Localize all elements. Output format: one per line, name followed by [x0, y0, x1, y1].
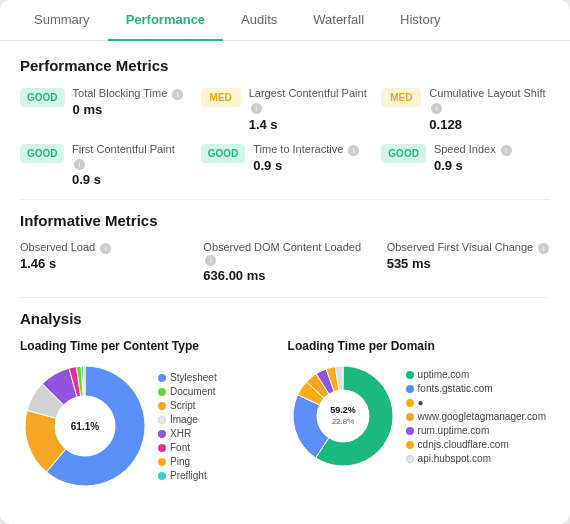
- info-metric-label-load: Observed Load i: [20, 241, 183, 254]
- metric-label-tbt: Total Blocking Time i: [73, 86, 184, 100]
- metric-label-tti: Time to Interactive i: [253, 142, 359, 156]
- legend-label-ping: Ping: [170, 456, 190, 467]
- info-metric-value-load: 1.46 s: [20, 256, 183, 271]
- legend-item-fonts-gstatic: fonts.gstatic.com: [406, 383, 546, 394]
- svg-text:22.8%: 22.8%: [331, 417, 354, 426]
- metric-cls: MED Cumulative Layout Shift i 0.128: [381, 86, 550, 132]
- legend-item-cdnjs: cdnjs.cloudflare.com: [406, 439, 546, 450]
- metric-lcp: MED Largest Contentful Paint i 1.4 s: [201, 86, 370, 132]
- legend-dot-stylesheet: [158, 374, 166, 382]
- tab-history[interactable]: History: [382, 0, 458, 41]
- legend-dot-image: [158, 416, 166, 424]
- legend-dot-dot3: [406, 399, 414, 407]
- legend-item-script: Script: [158, 400, 217, 411]
- metric-total-blocking-time: GOOD Total Blocking Time i 0 ms: [20, 86, 189, 117]
- legend-item-uptime: uptime.com: [406, 369, 546, 380]
- metrics-row-1: GOOD Total Blocking Time i 0 ms MED Larg…: [20, 86, 550, 132]
- legend-item-document: Document: [158, 386, 217, 397]
- legend-item-dot3: ●: [406, 397, 546, 408]
- legend-item-hubspot: api.hubspot.com: [406, 453, 546, 464]
- info-icon-tti[interactable]: i: [348, 145, 359, 156]
- pie2-container: 59.2% 22.8% uptime.com font: [288, 361, 550, 475]
- info-icon-load[interactable]: i: [100, 243, 111, 254]
- analysis-grid: Loading Time per Content Type 61.1%: [20, 339, 550, 495]
- legend-dot-font: [158, 444, 166, 452]
- analysis-title: Analysis: [20, 310, 550, 327]
- info-icon-cls[interactable]: i: [431, 103, 442, 114]
- metric-value-tti: 0.9 s: [253, 158, 359, 173]
- content-area: Performance Metrics GOOD Total Blocking …: [0, 41, 570, 511]
- info-metric-fvc: Observed First Visual Change i 535 ms: [387, 241, 550, 283]
- legend-label-image: Image: [170, 414, 198, 425]
- legend-dot-script: [158, 402, 166, 410]
- legend-item-gtm: www.googletagmanager.com: [406, 411, 546, 422]
- legend-item-font: Font: [158, 442, 217, 453]
- info-metric-value-domcl: 636.00 ms: [203, 268, 366, 283]
- info-icon-si[interactable]: i: [501, 145, 512, 156]
- badge-good-tbt: GOOD: [20, 88, 65, 107]
- legend-dot-document: [158, 388, 166, 396]
- metric-label-lcp: Largest Contentful Paint i: [249, 86, 370, 115]
- info-icon-tbt[interactable]: i: [172, 89, 183, 100]
- info-metric-label-fvc: Observed First Visual Change i: [387, 241, 550, 254]
- tab-performance[interactable]: Performance: [108, 0, 223, 41]
- legend-dot-rum: [406, 427, 414, 435]
- divider-1: [20, 199, 550, 200]
- legend-label-cdnjs: cdnjs.cloudflare.com: [418, 439, 509, 450]
- legend-dot-ping: [158, 458, 166, 466]
- pie2-title: Loading Time per Domain: [288, 339, 550, 353]
- pie2-chart: 59.2% 22.8%: [288, 361, 398, 475]
- legend-label-script: Script: [170, 400, 196, 411]
- legend-item-xhr: XHR: [158, 428, 217, 439]
- informative-metrics-grid: Observed Load i 1.46 s Observed DOM Cont…: [20, 241, 550, 283]
- metric-tti: GOOD Time to Interactive i 0.9 s: [201, 142, 370, 173]
- pie2-legend-scroll[interactable]: uptime.com fonts.gstatic.com ●: [406, 369, 550, 467]
- legend-dot-uptime: [406, 371, 414, 379]
- performance-metrics-title: Performance Metrics: [20, 57, 550, 74]
- metric-value-lcp: 1.4 s: [249, 117, 370, 132]
- info-icon-domcl[interactable]: i: [205, 255, 216, 266]
- content-type-col: Loading Time per Content Type 61.1%: [20, 339, 272, 495]
- metric-value-si: 0.9 s: [434, 158, 512, 173]
- badge-good-tti: GOOD: [201, 144, 246, 163]
- badge-good-fcp: GOOD: [20, 144, 64, 163]
- info-icon-lcp[interactable]: i: [251, 103, 262, 114]
- legend-label-fonts-gstatic: fonts.gstatic.com: [418, 383, 493, 394]
- metric-value-cls: 0.128: [429, 117, 550, 132]
- domain-col: Loading Time per Domain 59.2% 22.8%: [288, 339, 550, 495]
- legend-dot-xhr: [158, 430, 166, 438]
- tab-summary[interactable]: Summary: [16, 0, 108, 41]
- tab-waterfall[interactable]: Waterfall: [295, 0, 382, 41]
- info-metric-load: Observed Load i 1.46 s: [20, 241, 183, 283]
- badge-good-si: GOOD: [381, 144, 426, 163]
- svg-text:61.1%: 61.1%: [71, 421, 99, 432]
- legend-item-ping: Ping: [158, 456, 217, 467]
- legend-item-stylesheet: Stylesheet: [158, 372, 217, 383]
- legend-label-preflight: Preflight: [170, 470, 207, 481]
- legend-item-image: Image: [158, 414, 217, 425]
- divider-2: [20, 297, 550, 298]
- legend-item-rum: rum.uptime.com: [406, 425, 546, 436]
- info-icon-fcp[interactable]: i: [74, 159, 85, 170]
- info-metric-value-fvc: 535 ms: [387, 256, 550, 271]
- legend-dot-fonts-gstatic: [406, 385, 414, 393]
- svg-point-2: [317, 390, 369, 442]
- legend-label-dot3: ●: [418, 397, 424, 408]
- legend-label-uptime: uptime.com: [418, 369, 470, 380]
- main-card: Summary Performance Audits Waterfall His…: [0, 0, 570, 524]
- informative-metrics-title: Informative Metrics: [20, 212, 550, 229]
- legend-dot-gtm: [406, 413, 414, 421]
- metric-value-tbt: 0 ms: [73, 102, 184, 117]
- tab-audits[interactable]: Audits: [223, 0, 295, 41]
- legend-dot-hubspot: [406, 455, 414, 463]
- info-metric-domcl: Observed DOM Content Loaded i 636.00 ms: [203, 241, 366, 283]
- info-icon-fvc[interactable]: i: [538, 243, 549, 254]
- svg-text:59.2%: 59.2%: [330, 405, 356, 415]
- pie1-chart: 61.1%: [20, 361, 150, 495]
- legend-dot-cdnjs: [406, 441, 414, 449]
- metric-speed-index: GOOD Speed Index i 0.9 s: [381, 142, 550, 173]
- pie1-container: 61.1% Stylesheet Document: [20, 361, 272, 495]
- badge-med-cls: MED: [381, 88, 421, 107]
- legend-label-hubspot: api.hubspot.com: [418, 453, 491, 464]
- badge-med-lcp: MED: [201, 88, 241, 107]
